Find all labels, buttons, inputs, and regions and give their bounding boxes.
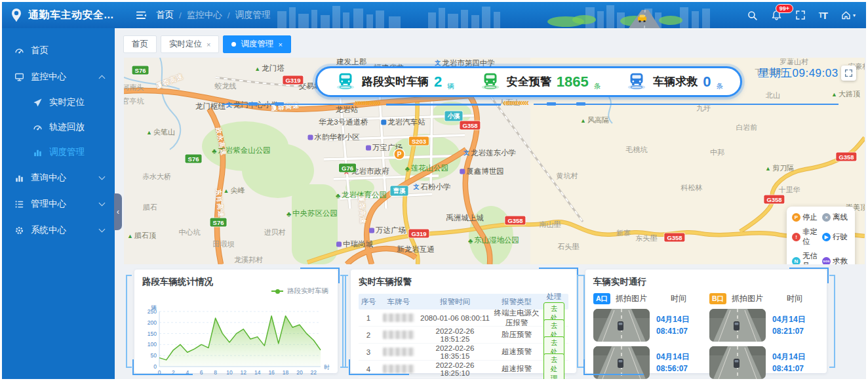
snapshot-header: 抓拍图片 [616,293,647,304]
breadcrumb-item[interactable]: 监控中心 [187,9,222,21]
legend-label: 非定位 [802,227,819,247]
list-icon [14,199,24,209]
legend-item-无信号: N无信号 [792,251,819,264]
tab-调度管理[interactable]: 调度管理× [223,35,290,53]
stat-unit: 条 [716,82,723,91]
panel-realtime-alarms: 实时车辆报警 序号车牌号报警时间报警类型处理状态 12080-01-06 08:… [351,270,576,373]
tab-首页[interactable]: 首页 [123,35,157,53]
alarm-table-body: 12080-01-06 08:00:11终端主电源欠压报警去处理22022-02… [359,310,568,378]
tab-label: 调度管理 [241,39,273,50]
sidebar-item-monitor-center[interactable]: 监控中心 [2,64,115,90]
alarm-plate-masked [378,331,419,339]
legend-label: 无信号 [802,251,819,264]
legend-symbol: N [792,257,800,265]
sidebar-item-label: 实时定位 [49,96,85,108]
header-icons: 99+ TT ▾ [747,2,856,28]
svg-text:2: 2 [172,369,175,376]
app-logo-pin-icon [10,8,23,22]
svg-text:14: 14 [254,369,261,376]
bars-icon [32,147,43,157]
gate-columns: A口抓拍图片时间 04月14日08:41:07 04月14日08:56:07B口… [593,293,819,379]
notification-bell-icon[interactable]: 99+ [771,10,782,21]
sidebar-item-realtime-location[interactable]: 实时定位 [2,90,115,115]
svg-text:0: 0 [153,363,157,370]
realtime-stats-pill: 路段实时车辆2辆安全预警1865条车辆求救0条 [315,66,742,97]
sidebar-item-dispatch-management[interactable]: 调度管理 [2,140,115,165]
tab-实时定位[interactable]: 实时定位× [161,35,219,53]
tab-close-icon[interactable]: × [207,41,210,49]
alarm-row: 12080-01-06 08:00:11终端主电源欠压报警去处理 [359,310,568,327]
sidebar-item-query-center[interactable]: 查询中心 [2,165,115,191]
active-tab-dot [231,42,236,47]
handle-alarm-button[interactable]: 去处理 [543,353,564,379]
plane-icon [32,97,43,108]
fullscreen-icon[interactable] [795,10,806,20]
svg-text:10: 10 [226,369,233,376]
chevron-down-icon [99,199,106,206]
snapshot-row: 04月14日08:56:07 [593,346,703,379]
alarm-action-cell: 去处理 [542,353,566,379]
alarm-table: 序号车牌号报警时间报警类型处理状态 12080-01-06 08:00:11终端… [359,294,568,378]
gauge-icon [14,45,24,56]
svg-text:100: 100 [148,341,157,348]
chevron-up-icon [99,75,106,81]
sidebar-item-system-center[interactable]: 系统中心 [2,217,115,243]
legend-label: 停止 [802,212,818,222]
svg-text:时: 时 [325,364,330,371]
home-menu-icon[interactable]: ▾ [840,10,856,20]
sidebar-item-track-playback[interactable]: 轨迹回放 [2,115,115,140]
sidebar-item-label: 管理中心 [31,198,66,210]
map-canvas[interactable]: 河南头官亭坑蛟龙线建发上郡福建省龙文龙岩市第四中学▲龙门塔交易城龙门枢纽文龙门中… [124,58,865,264]
svg-text:18: 18 [283,369,289,376]
app-title: 通勤车主动安全... [28,9,113,22]
legend-symbol: × [822,213,831,222]
gate-column-A口: A口抓拍图片时间 04月14日08:41:07 04月14日08:56:07 [593,293,703,379]
legend-item-离线: ×离线 [822,212,850,222]
tabbar: 首页实时定位×调度管理× [123,35,291,53]
bus-cyan-icon [334,71,357,92]
bracket-decoration [126,275,132,368]
alarm-time: 2022-02-26 18:51:25 [419,327,491,343]
passing-panel-title: 车辆实时通行 [593,276,819,288]
menu-fold-icon[interactable] [136,10,147,20]
alarm-type: 超速报警 [491,364,542,374]
snapshot-image[interactable] [709,309,766,342]
alarm-no: 4 [359,365,378,373]
snapshot-time: 04月14日08:21:07 [772,313,806,337]
alarm-type: 超速预警 [491,347,542,357]
font-size-icon[interactable]: TT [819,10,827,21]
stat-label: 安全预警 [507,74,551,89]
alarm-no: 3 [359,348,378,356]
tab-label: 首页 [132,39,148,50]
stat-value: 0 [703,75,711,89]
stat-路段实时车辆: 路段实时车辆2辆 [334,71,454,92]
alarm-column-header: 报警类型 [491,297,542,307]
snapshot-image[interactable] [593,309,650,342]
sidebar-collapse-handle[interactable]: ‹ [114,193,122,230]
alarm-plate-masked [378,313,419,322]
legend-label: 离线 [833,212,848,222]
vehicle-status-legend: P停止×离线!非定位▶行驶N无信号sos求救 [787,207,855,264]
svg-text:200: 200 [148,319,157,326]
breadcrumb-item[interactable]: 首页 [156,9,174,21]
map-datetime: 星期五09:49:03 [758,66,838,81]
gear-icon [14,225,24,235]
snapshot-row: 04月14日08:41:07 [709,346,819,379]
tab-close-icon[interactable]: × [278,41,282,49]
snapshot-image[interactable] [593,346,650,379]
legend-item-停止: P停止 [792,212,819,222]
snapshot-image[interactable] [709,346,766,379]
logo-area: 通勤车主动安全... [2,8,130,22]
alarm-column-header: 序号 [359,297,378,307]
alarm-row: 22022-02-26 18:51:25胎压预警去处理 [359,327,568,344]
legend-symbol: ! [792,233,800,241]
breadcrumb-item[interactable]: 调度管理 [235,9,271,21]
map-fullscreen-button[interactable] [841,66,856,81]
legend-label: 行驶 [833,232,848,242]
sidebar-item-label: 查询中心 [31,172,66,184]
sidebar-item-home[interactable]: 首页 [2,37,115,64]
stat-unit: 辆 [447,82,454,91]
sidebar-item-management-center[interactable]: 管理中心 [2,191,115,217]
header-taxi-car [638,15,646,23]
search-icon[interactable] [747,10,758,21]
